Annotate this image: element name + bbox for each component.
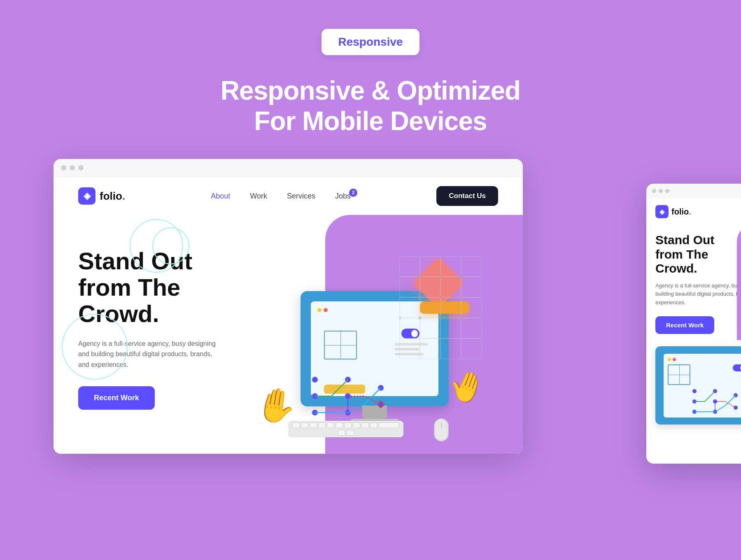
contact-us-button[interactable]: Contact Us xyxy=(436,186,498,206)
desktop-navbar: ◈ folio. About Work Services Jobs 2 Cont… xyxy=(54,177,523,215)
mini-monitor xyxy=(655,346,741,425)
dot-red xyxy=(324,308,328,312)
nav-work[interactable]: Work xyxy=(250,192,267,201)
nav-services[interactable]: Services xyxy=(287,192,315,201)
mobile-purple-blob xyxy=(737,225,741,340)
mini-flow-svg xyxy=(690,383,740,420)
desktop-logo: ◈ folio. xyxy=(78,187,125,205)
wireframe-image xyxy=(324,331,357,359)
desktop-hero-left: Stand Out from The Crowd. Agency is a fu… xyxy=(78,231,251,454)
mobile-dot-1 xyxy=(652,189,656,193)
mobile-logo-text: folio. xyxy=(671,207,691,217)
svg-point-27 xyxy=(418,316,422,320)
illustration-3d: 🤚 🤚 xyxy=(268,256,482,429)
desktop-hero-title: Stand Out from The Crowd. xyxy=(78,248,251,327)
svg-point-12 xyxy=(418,256,422,258)
nav-about[interactable]: About xyxy=(211,192,230,201)
desktop-nav-links: About Work Services Jobs 2 xyxy=(211,192,351,201)
svg-point-21 xyxy=(399,296,401,299)
svg-point-18 xyxy=(439,275,442,278)
svg-point-16 xyxy=(399,275,401,278)
svg-point-11 xyxy=(399,256,401,258)
svg-point-22 xyxy=(418,296,422,299)
mobile-illustration-area: 🤚 xyxy=(655,346,741,462)
main-heading: Responsive & Optimized For Mobile Device… xyxy=(221,76,520,136)
browser-dot-1 xyxy=(61,165,66,170)
keyboard xyxy=(288,421,403,437)
mockup-area: ◈ folio. About Work Services Jobs 2 Cont… xyxy=(54,159,687,454)
hand-right: 🤚 xyxy=(444,364,491,410)
responsive-badge: Responsive xyxy=(322,29,419,55)
svg-point-19 xyxy=(459,275,463,278)
svg-point-23 xyxy=(439,296,442,299)
logo-text: folio. xyxy=(100,190,125,203)
dot-yellow xyxy=(317,308,322,312)
mobile-browser-window: ◈ folio. Stand Out from The Crowd. xyxy=(646,184,741,464)
mobile-content: ◈ folio. Stand Out from The Crowd. xyxy=(646,198,741,462)
mobile-logo-icon: ◈ xyxy=(655,205,669,218)
mobile-browser-bar xyxy=(646,184,741,198)
mini-screen-content xyxy=(668,364,741,420)
mini-wireframe xyxy=(668,364,690,385)
desktop-hero-desc: Agency is a full-service agency, busy de… xyxy=(78,338,218,370)
jobs-badge: 2 xyxy=(349,189,357,197)
svg-point-17 xyxy=(418,275,422,278)
nav-jobs[interactable]: Jobs 2 xyxy=(335,192,351,201)
svg-point-28 xyxy=(439,316,442,320)
svg-point-20 xyxy=(480,275,482,278)
mini-dots xyxy=(668,358,741,361)
desktop-hero: Stand Out from The Crowd. Agency is a fu… xyxy=(54,215,523,454)
logo-icon: ◈ xyxy=(78,187,96,205)
svg-point-31 xyxy=(312,377,318,383)
mobile-dot-3 xyxy=(665,189,669,193)
desktop-hero-illustration: 🤚 🤚 xyxy=(251,231,498,454)
svg-point-30 xyxy=(480,316,482,320)
browser-dot-2 xyxy=(70,165,75,170)
mobile-logo: ◈ folio. xyxy=(655,205,691,218)
grid-lines-svg xyxy=(399,256,482,359)
svg-point-13 xyxy=(439,256,442,258)
desktop-recent-work-button[interactable]: Recent Work xyxy=(78,386,155,410)
heading-line1: Responsive & Optimized xyxy=(221,76,520,106)
svg-point-48 xyxy=(734,406,738,410)
mobile-navbar: ◈ folio. xyxy=(646,198,741,225)
mobile-dot-2 xyxy=(659,189,663,193)
svg-point-41 xyxy=(692,389,697,393)
mini-toggle xyxy=(733,364,741,371)
desktop-browser-window: ◈ folio. About Work Services Jobs 2 Cont… xyxy=(54,159,523,454)
svg-point-26 xyxy=(399,316,401,320)
svg-point-25 xyxy=(480,296,482,299)
browser-dot-3 xyxy=(78,165,84,170)
mobile-hero-desc: Agency is a full-service agency, busy de… xyxy=(655,282,741,307)
svg-point-29 xyxy=(459,316,463,320)
svg-point-24 xyxy=(459,296,463,299)
badge-label: Responsive xyxy=(338,35,403,48)
browser-bar xyxy=(54,159,523,177)
svg-point-14 xyxy=(459,256,463,258)
mouse xyxy=(434,418,449,441)
svg-point-15 xyxy=(480,256,482,258)
mobile-recent-work-button[interactable]: Recent Work xyxy=(655,316,714,334)
browser-content: ◈ folio. About Work Services Jobs 2 Cont… xyxy=(54,177,523,454)
mobile-hero: Stand Out from The Crowd. Agency is a fu… xyxy=(646,225,741,462)
mobile-hero-title: Stand Out from The Crowd. xyxy=(655,233,741,276)
mini-monitor-screen xyxy=(664,354,741,418)
heading-line2: For Mobile Devices xyxy=(221,106,520,137)
flow-diagram-svg xyxy=(307,367,389,425)
